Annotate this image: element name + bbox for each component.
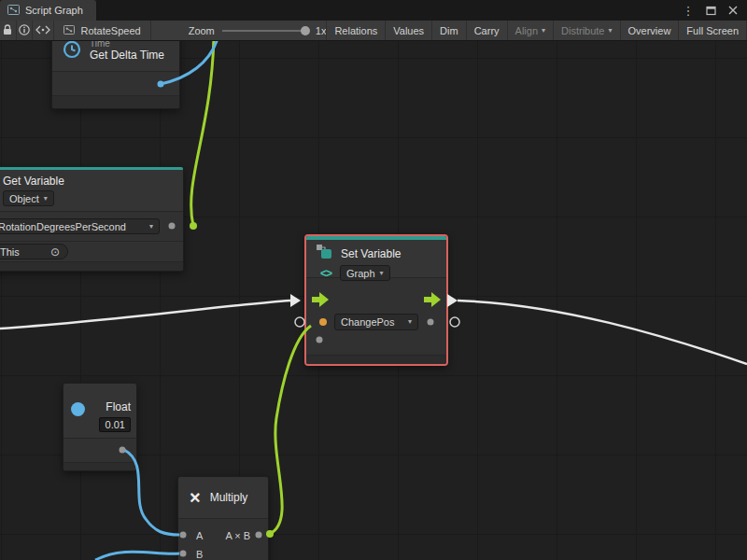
graph-canvas[interactable]: Time Get Delta Time Get Variable Object … [0,41,747,560]
port-section: ChangePos ▾ [306,277,446,355]
breadcrumb[interactable]: RotateSpeed [54,21,150,40]
port-row: RotationDegreesPerSecond ▾ [0,211,183,241]
variable-name-dropdown[interactable]: RotationDegreesPerSecond ▾ [0,218,160,234]
carry-button[interactable]: Carry [467,21,508,40]
port-row [52,71,179,95]
node-category: Time [90,41,164,49]
full-screen-button[interactable]: Full Screen [679,21,747,40]
port-label-result: A × B [225,530,250,541]
multiply-icon: × [190,488,201,507]
graph-toolbar: RotateSpeed Zoom 1x Relations Values Dim… [0,21,747,41]
port-row: B [178,545,268,560]
node-multiply[interactable]: × Multiply A A × B B [177,476,269,560]
zoom-slider[interactable] [222,30,308,32]
dropdown-value: Object [9,193,39,204]
info-button[interactable] [17,21,34,40]
script-graph-icon [63,25,75,36]
tab-script-graph[interactable]: Script Graph [0,0,96,21]
dropdown-value: ChangePos [341,316,395,328]
wire-control-in[interactable] [0,301,290,329]
port-get-variable-output[interactable] [190,222,197,230]
distribute-button[interactable]: Distribute▾ [554,21,620,40]
value-port-row [306,332,446,347]
variable-scope-dropdown[interactable]: Object ▾ [3,190,54,206]
node-header: Time Get Delta Time [52,41,179,71]
port-set-variable-output-circle[interactable] [450,317,459,327]
graph-icon: <> [320,267,331,280]
zoom-slider-handle[interactable] [301,26,310,35]
overview-button[interactable]: Overview [621,21,680,40]
dropdown-value: RotationDegreesPerSecond [0,221,126,232]
node-footer [52,95,179,108]
variable-name-dropdown[interactable]: ChangePos ▾ [334,314,418,330]
node-footer [63,462,136,470]
toolbar-buttons: Relations Values Dim Carry Align▾ Distri… [326,21,747,40]
node-header: Get Variable Object ▾ [0,170,183,211]
object-value: This [0,246,20,258]
chevron-down-icon: ▾ [408,318,412,326]
wire-to-b[interactable] [95,552,179,560]
lock-button[interactable] [0,21,17,40]
port-label-a: A [196,530,203,541]
node-title: Get Delta Time [90,49,164,62]
zoom-control: Zoom 1x [189,21,327,40]
code-icon [35,25,50,36]
dropdown-value: Graph [346,268,375,279]
maximize-icon[interactable] [704,3,717,18]
node-title: Set Variable [341,247,401,260]
control-input-arrow[interactable] [290,294,301,307]
value-port-row: ChangePos ▾ [306,312,446,332]
unity-graph-window: Script Graph ⋮ [0,0,747,560]
tab-title: Script Graph [25,5,83,16]
relations-button[interactable]: Relations [326,21,386,40]
values-button[interactable]: Values [386,21,432,40]
script-graph-tab-icon [7,5,20,17]
set-variable-icon [316,244,334,263]
port-row [63,438,136,462]
chevron-down-icon: ▾ [44,195,48,203]
wire-variable-value[interactable] [191,41,214,226]
node-title: Get Variable [3,175,64,188]
node-title: Multiply [210,491,248,504]
port-set-variable-input-circle[interactable] [295,317,304,327]
align-button[interactable]: Align▾ [508,21,554,40]
flow-port-row [306,287,446,312]
float-icon [71,402,85,416]
fallback-object-field[interactable]: This ⊙ [0,244,68,259]
control-output-arrow[interactable] [447,294,458,307]
node-float[interactable]: Float 0.01 [63,383,137,471]
node-footer [306,355,446,364]
node-header: × Multiply [178,477,268,518]
port-section: A A × B B [178,518,268,560]
object-picker-icon[interactable]: ⊙ [50,246,60,258]
node-set-variable[interactable]: Set Variable <> Graph ▾ ChangePos ▾ [304,234,448,366]
window-controls: ⋮ [682,0,747,21]
chevron-down-icon: ▾ [380,270,384,277]
lock-icon [3,24,12,37]
zoom-label: Zoom [189,25,215,36]
node-get-variable[interactable]: Get Variable Object ▾ RotationDegreesPer… [0,166,184,272]
node-get-delta-time[interactable]: Time Get Delta Time [51,41,180,109]
chevron-down-icon: ▾ [149,223,153,231]
code-view-button[interactable] [33,21,54,40]
node-header: Set Variable <> Graph ▾ [306,240,446,277]
wire-control-out[interactable] [458,301,747,364]
tab-bar: Script Graph ⋮ [0,0,747,21]
chevron-down-icon: ▾ [542,27,545,35]
port-row: A A × B [178,526,268,545]
info-icon [19,24,30,37]
chevron-down-icon: ▾ [609,27,613,35]
graph-name: RotateSpeed [80,25,140,36]
node-title: Float [106,400,131,413]
dim-button[interactable]: Dim [432,21,467,40]
node-header: Float 0.01 [63,384,136,438]
variable-scope-dropdown[interactable]: Graph ▾ [340,265,390,281]
node-footer [0,261,183,271]
float-value-input[interactable]: 0.01 [99,417,131,432]
port-label-b: B [196,549,203,560]
timer-icon [62,41,82,63]
close-icon[interactable] [726,3,740,18]
port-row: This ⊙ [0,241,183,261]
kebab-menu-icon[interactable]: ⋮ [682,3,695,18]
zoom-value: 1x [316,25,327,36]
